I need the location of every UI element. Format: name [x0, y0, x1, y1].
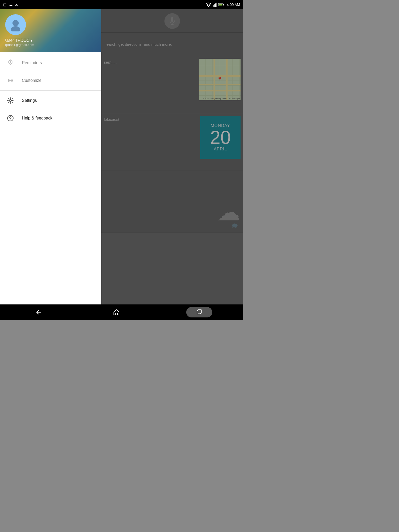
dropdown-arrow-icon[interactable]: ▾: [31, 38, 32, 43]
settings-icon: [6, 96, 15, 105]
back-button[interactable]: [31, 307, 46, 317]
email-icon: ✉: [15, 2, 18, 7]
reminder-icon: [6, 59, 15, 67]
svg-point-12: [11, 26, 20, 31]
help-icon: [6, 114, 15, 122]
sidebar-item-help[interactable]: Help & feedback: [0, 109, 101, 127]
time-display: 4:09 AM: [227, 3, 240, 7]
svg-rect-3: [215, 3, 216, 7]
nav-bar: [0, 304, 243, 320]
svg-point-11: [12, 20, 19, 26]
battery-icon: [218, 3, 224, 6]
notification-icons: ⊞ ☁ ✉: [3, 2, 18, 7]
avatar: [5, 14, 26, 35]
svg-point-25: [10, 120, 11, 121]
svg-line-18: [10, 62, 11, 63]
sidebar-item-settings[interactable]: Settings: [0, 92, 101, 109]
home-button[interactable]: [109, 307, 124, 317]
customize-label: Customize: [22, 78, 42, 83]
photo-icon: ⊞: [3, 2, 6, 7]
svg-point-23: [9, 99, 11, 102]
customize-icon: [6, 76, 15, 85]
navigation-drawer: User TPDOC ▾ tpdoc1@gmail.com Reminders: [0, 0, 101, 320]
svg-point-0: [208, 6, 209, 7]
signal-icon: [213, 3, 217, 7]
status-bar: ⊞ ☁ ✉ 4:09 AM: [0, 0, 243, 9]
sidebar-item-reminders[interactable]: Reminders: [0, 54, 101, 72]
user-name: User TPDOC: [5, 38, 30, 43]
system-icons: 4:09 AM: [206, 3, 240, 7]
drawer-menu: Reminders Customize: [0, 52, 101, 320]
svg-rect-1: [213, 5, 214, 7]
reminders-label: Reminders: [22, 61, 42, 65]
user-email: tpdoc1@gmail.com: [5, 43, 96, 47]
user-name-row: User TPDOC ▾: [5, 38, 96, 43]
svg-rect-4: [216, 3, 217, 7]
menu-divider: [0, 90, 101, 91]
svg-rect-6: [223, 4, 224, 5]
svg-rect-7: [219, 4, 222, 6]
wifi-icon: [206, 3, 211, 7]
help-label: Help & feedback: [22, 116, 52, 121]
drawer-overlay[interactable]: [101, 9, 243, 304]
recents-button[interactable]: [186, 307, 212, 317]
cloud-icon: ☁: [9, 2, 13, 7]
settings-label: Settings: [22, 98, 37, 103]
svg-rect-27: [198, 310, 202, 313]
svg-rect-2: [214, 4, 215, 7]
sidebar-item-customize[interactable]: Customize: [0, 72, 101, 89]
avatar-icon: [9, 18, 22, 31]
